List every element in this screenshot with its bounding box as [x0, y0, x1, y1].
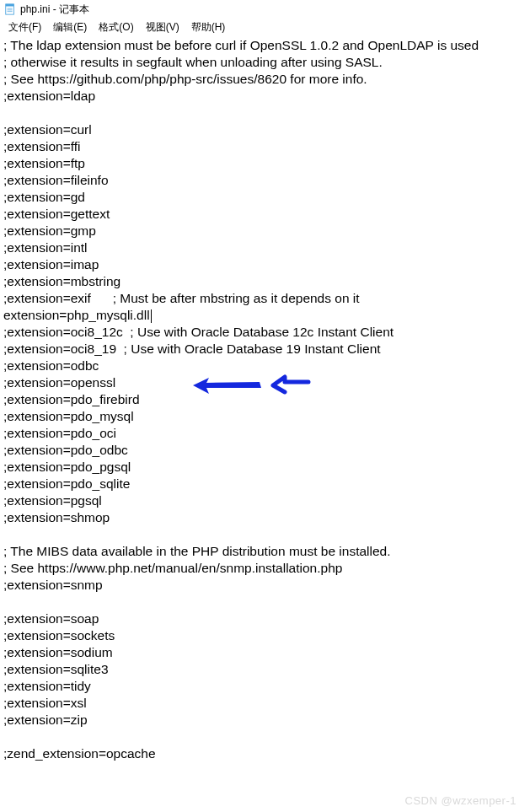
- text-line: ;extension=snmp: [3, 577, 527, 594]
- text-line: ;extension=imap: [3, 256, 527, 273]
- menu-help[interactable]: 帮助(H): [186, 19, 231, 35]
- notepad-icon: [3, 3, 17, 16]
- text-line: ;extension=tidy: [3, 678, 527, 695]
- text-line: ;extension=gmp: [3, 223, 527, 239]
- text-line: ;extension=gettext: [3, 206, 527, 223]
- text-line: ;extension=mbstring: [3, 273, 527, 290]
- text-line: ;extension=pdo_mysql: [3, 408, 527, 425]
- text-line: ; otherwise it results in segfault when …: [3, 54, 527, 71]
- text-line: ;extension=fileinfo: [3, 172, 527, 189]
- text-line: ;extension=sockets: [3, 627, 527, 644]
- text-cursor: [151, 309, 152, 323]
- menu-view[interactable]: 视图(V): [141, 19, 185, 35]
- text-line: ;extension=oci8_19 ; Use with Oracle Dat…: [3, 341, 527, 358]
- text-line: ;extension=pdo_pgsql: [3, 459, 527, 476]
- text-line: ; See https://www.php.net/manual/en/snmp…: [3, 560, 527, 577]
- text-line: ;extension=pdo_sqlite: [3, 476, 527, 492]
- text-line: ;zend_extension=opcache: [3, 745, 527, 762]
- text-line: ;extension=pdo_oci: [3, 425, 527, 442]
- text-line: ;extension=gd: [3, 189, 527, 206]
- text-line: ;extension=curl: [3, 121, 527, 138]
- svg-rect-1: [6, 4, 14, 7]
- menubar: 文件(F) 编辑(E) 格式(O) 视图(V) 帮助(H): [0, 19, 530, 35]
- text-line: ;extension=sodium: [3, 644, 527, 661]
- text-line: ;extension=sqlite3: [3, 661, 527, 678]
- menu-file[interactable]: 文件(F): [3, 19, 46, 35]
- text-line: extension=php_mysqli.dll: [3, 307, 527, 324]
- text-line: ;extension=shmop: [3, 509, 527, 526]
- titlebar: php.ini - 记事本: [0, 0, 530, 19]
- text-line: ;extension=openssl: [3, 374, 527, 391]
- text-line: ;extension=soap: [3, 610, 527, 627]
- text-line: ;extension=ftp: [3, 155, 527, 172]
- text-line: ;extension=ldap: [3, 88, 527, 105]
- text-line: ;extension=pgsql: [3, 492, 527, 509]
- watermark: CSDN @wzxemper-1: [405, 794, 517, 807]
- window-title: php.ini - 记事本: [20, 3, 89, 17]
- text-line: ; The ldap extension must be before curl…: [3, 37, 527, 54]
- text-line: ;extension=pdo_odbc: [3, 442, 527, 459]
- text-line: ;extension=oci8_12c ; Use with Oracle Da…: [3, 324, 527, 341]
- text-line: ;extension=odbc: [3, 358, 527, 374]
- text-line: ;extension=pdo_firebird: [3, 391, 527, 408]
- text-line: ;extension=xsl: [3, 695, 527, 712]
- text-line: ;extension=intl: [3, 239, 527, 256]
- menu-format[interactable]: 格式(O): [94, 19, 138, 35]
- text-line: ; See https://github.com/php/php-src/iss…: [3, 71, 527, 88]
- text-line: ;extension=zip: [3, 712, 527, 729]
- text-line: [3, 594, 527, 610]
- text-line: ;extension=exif ; Must be after mbstring…: [3, 290, 527, 307]
- text-line: [3, 105, 527, 121]
- text-line: ; The MIBS data available in the PHP dis…: [3, 543, 527, 560]
- text-line: [3, 729, 527, 745]
- text-editor-area[interactable]: ; The ldap extension must be before curl…: [0, 35, 530, 798]
- menu-edit[interactable]: 编辑(E): [48, 19, 92, 35]
- text-line: [3, 526, 527, 543]
- text-line: ;extension=ffi: [3, 138, 527, 155]
